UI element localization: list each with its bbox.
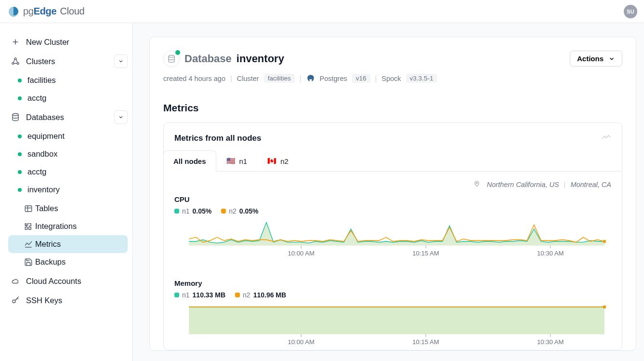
swatch-n1-icon [174,293,179,297]
page-title: Database inventory [163,51,437,67]
svg-rect-21 [189,307,605,334]
sidebar-item-databases[interactable]: Databases [6,108,111,126]
sidebar-db-inventory[interactable]: inventory [8,181,128,199]
database-circle-icon [163,51,180,67]
svg-text:10:00 AM: 10:00 AM [288,250,314,257]
sidebar-label: Tables [35,204,58,213]
sidebar-item-ssh-keys[interactable]: SSH Keys [6,291,128,309]
brand-text: pgEdge Cloud [23,6,84,17]
sidebar-db-equipment[interactable]: equipment [8,127,128,145]
save-icon [24,257,33,267]
postgres-icon [306,74,315,83]
sidebar-label: SSH Keys [26,296,62,305]
sidebar: New Cluster Clusters facilities [0,23,133,361]
status-dot-icon [18,96,22,100]
metrics-panel: Metrics from all nodes All nodes 🇺🇸 n1 [163,122,622,350]
tab-all-nodes[interactable]: All nodes [163,150,216,172]
key-icon [11,295,20,305]
cloud-icon [11,276,20,286]
sidebar-item-clusters[interactable]: Clusters [6,52,111,70]
status-dot-icon [18,134,22,138]
location-1: Northern California, US [487,181,559,188]
sidebar-label: Metrics [35,240,61,249]
clusters-icon [11,56,20,66]
chart-title-memory: Memory [174,279,611,287]
status-dot-icon [18,79,22,82]
sidebar-cluster-facilities[interactable]: facilities [8,71,128,89]
actions-button[interactable]: Actions [570,51,622,67]
cpu-chart[interactable]: 10:00 AM10:15 AM10:30 AM [174,219,611,263]
tab-label: All nodes [173,157,206,165]
chevron-down-icon [118,114,124,120]
memory-chart[interactable]: 10:00 AM10:15 AM10:30 AM [174,303,611,347]
legend-n1: n1 110.33 MB [174,291,225,299]
legend-n1: n1 0.05% [174,207,211,215]
sidebar-label: facilities [27,76,56,85]
svg-point-23 [603,305,606,308]
locations-row: Northern California, US | Montreal, CA [164,172,622,192]
tab-label: n2 [280,157,289,165]
sidebar-db-child-metrics[interactable]: Metrics [8,235,128,253]
title-kind: Database [184,53,232,65]
location-pin-icon [473,180,480,188]
metrics-panel-title: Metrics from all nodes [174,134,261,143]
sidebar-db-child-tables[interactable]: Tables [8,200,128,217]
chart-title-cpu: CPU [174,195,611,203]
sidebar-item-cloud-accounts[interactable]: Cloud Accounts [6,272,128,290]
node-tabs: All nodes 🇺🇸 n1 🇨🇦 n2 [164,150,622,172]
topbar: pgEdge Cloud SU [0,0,644,23]
sidebar-db-child-backups[interactable]: Backups [8,253,128,271]
legend-n2: n2 110.96 MB [235,291,286,299]
sidebar-cluster-acctg[interactable]: acctg [8,89,128,107]
section-title-metrics: Metrics [163,102,622,114]
created-text: created 4 hours ago [163,75,225,82]
cpu-chart-block: CPU n1 0.05% n2 0.05% 10:00 AM [164,192,622,267]
postgres-version-pill: v16 [352,74,370,83]
svg-text:10:15 AM: 10:15 AM [412,250,439,257]
cpu-legend: n1 0.05% n2 0.05% [174,207,611,215]
svg-point-12 [476,182,477,184]
svg-rect-6 [25,206,32,212]
sidebar-db-acctg[interactable]: acctg [8,163,128,181]
sidebar-label: acctg [27,167,46,176]
sidebar-label: Databases [26,113,64,122]
svg-point-11 [169,55,174,58]
sidebar-label: New Cluster [26,38,69,47]
expander-databases[interactable] [114,110,128,124]
flag-ca-icon: 🇨🇦 [267,157,276,165]
puzzle-icon [24,222,33,231]
metrics-icon [24,240,33,249]
svg-text:10:00 AM: 10:00 AM [288,338,314,345]
spock-version-pill: v3.3.5-1 [406,74,437,83]
tab-n2[interactable]: 🇨🇦 n2 [257,150,299,172]
swatch-n1-icon [174,209,179,214]
memory-chart-block: Memory n1 110.33 MB n2 110.96 MB [164,276,622,350]
location-2: Montreal, CA [570,181,611,188]
title-name: inventory [237,53,284,65]
legend-n2: n2 0.05% [221,207,258,215]
expander-clusters[interactable] [114,54,128,68]
actions-label: Actions [577,54,604,63]
sidebar-db-child-integrations[interactable]: Integrations [8,217,128,235]
tab-label: n1 [239,157,248,165]
tab-n1[interactable]: 🇺🇸 n1 [216,150,258,172]
sidebar-label: acctg [27,94,46,103]
sidebar-db-sandbox[interactable]: sandbox [8,145,128,163]
cluster-label: Cluster [237,75,259,82]
sidebar-label: Backups [35,257,66,267]
cluster-pill[interactable]: facilities [264,74,295,83]
sidebar-label: Clusters [26,57,55,66]
svg-text:10:30 AM: 10:30 AM [537,250,564,257]
status-dot-icon [18,152,22,156]
brand-logo[interactable]: pgEdge Cloud [7,5,84,18]
avatar[interactable]: SU [624,5,637,18]
sidebar-label: equipment [27,132,65,141]
sparkline-icon[interactable] [602,134,611,143]
memory-legend: n1 110.33 MB n2 110.96 MB [174,291,611,299]
swatch-n2-icon [235,293,240,297]
status-dot-icon [175,50,180,55]
main-content: Database inventory created 4 hours ago |… [133,23,644,361]
sidebar-item-new-cluster[interactable]: New Cluster [6,33,128,51]
spock-label: Spock [381,75,401,82]
plus-icon [11,37,20,47]
